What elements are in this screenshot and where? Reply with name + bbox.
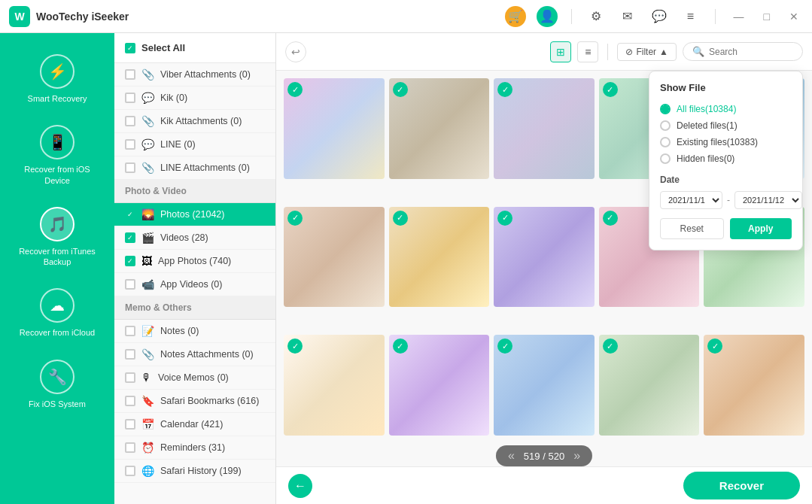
list-item-app-photos[interactable]: 🖼 App Photos (740) (114, 250, 275, 273)
sidebar-label-recover-itunes: Recover from iTunes Backup (13, 246, 102, 268)
search-input[interactable] (709, 47, 792, 57)
photo-check-badge-9: ✓ (603, 211, 618, 226)
photo-cell-15[interactable]: ✓ (704, 335, 804, 436)
list-item-kik-attach[interactable]: 📎 Kik Attachments (0) (114, 110, 275, 133)
list-item-line[interactable]: 💬 LINE (0) (114, 133, 275, 156)
radio-deleted-files[interactable]: Deleted files(1) (660, 117, 792, 134)
photo-cell-6[interactable]: ✓ (284, 207, 385, 308)
list-item-kik[interactable]: 💬 Kik (0) (114, 87, 275, 110)
user-icon[interactable]: 👤 (537, 6, 558, 27)
sidebar-item-recover-icloud[interactable]: ☁ Recover from iCloud (8, 279, 106, 347)
list-item-safari-history[interactable]: 🌐 Safari History (199) (114, 460, 275, 483)
smart-recovery-icon: ⚡ (40, 54, 75, 89)
list-item-voice-memos[interactable]: 🎙 Voice Memos (0) (114, 366, 275, 390)
filter-label: Filter (636, 47, 656, 57)
select-all-checkbox[interactable] (125, 43, 135, 53)
divider (571, 9, 572, 24)
reminders-checkbox[interactable] (125, 442, 135, 453)
list-item-notes-attach[interactable]: 📎 Notes Attachments (0) (114, 343, 275, 366)
left-panel: Select All 📎 Viber Attachments (0) 💬 Kik… (114, 33, 276, 504)
sidebar-item-recover-ios[interactable]: 📱 Recover from iOS Device (8, 116, 106, 195)
notes-label: Notes (0) (160, 326, 199, 336)
list-item-notes[interactable]: 📝 Notes (0) (114, 320, 275, 343)
recover-button[interactable]: Recover (683, 472, 800, 499)
safari-history-checkbox[interactable] (125, 466, 135, 476)
list-item-reminders[interactable]: ⏰ Reminders (31) (114, 436, 275, 460)
notes-attach-checkbox[interactable] (125, 349, 135, 360)
list-item-photos[interactable]: 🌄 Photos (21042) (114, 203, 275, 226)
apply-button[interactable]: Apply (730, 218, 792, 239)
photo-cell-7[interactable]: ✓ (389, 207, 490, 308)
radio-hidden-files[interactable]: Hidden files(0) (660, 150, 792, 167)
app-logo: W (9, 6, 30, 27)
next-page-button[interactable]: » (573, 449, 580, 463)
search-icon: 🔍 (692, 46, 704, 57)
date-from-select[interactable]: 2021/11/1 (660, 191, 722, 209)
line-attach-checkbox[interactable] (125, 162, 135, 173)
navigate-back-button[interactable]: ← (288, 474, 312, 498)
mail-icon[interactable]: ✉ (617, 6, 638, 27)
app-photos-label: App Photos (740) (158, 256, 231, 266)
photo-check-badge-15: ✓ (707, 339, 722, 354)
voice-memos-label: Voice Memos (0) (158, 372, 229, 383)
line-icon: 💬 (141, 138, 154, 150)
line-checkbox[interactable] (125, 139, 135, 150)
kik-attach-checkbox[interactable] (125, 116, 135, 126)
viber-checkbox[interactable] (125, 69, 135, 80)
search-box[interactable]: 🔍 (683, 42, 803, 61)
sidebar-item-fix-ios[interactable]: 🔧 Fix iOS System (8, 351, 106, 418)
photo-cell-8[interactable]: ✓ (494, 207, 595, 308)
filter-button[interactable]: ⊘ Filter ▲ (617, 43, 677, 61)
reset-button[interactable]: Reset (660, 218, 724, 239)
back-button[interactable]: ↩ (285, 41, 306, 62)
app-videos-checkbox[interactable] (125, 279, 135, 290)
voice-memos-icon: 🎙 (141, 372, 152, 384)
photo-cell-1[interactable]: ✓ (284, 78, 385, 179)
radio-existing-files[interactable]: Existing files(10383) (660, 134, 792, 150)
voice-memos-checkbox[interactable] (125, 372, 135, 383)
radio-all-files[interactable]: All files(10384) (660, 101, 792, 117)
safari-bookmarks-checkbox[interactable] (125, 396, 135, 406)
app-photos-icon: 🖼 (141, 255, 152, 267)
reminders-label: Reminders (31) (160, 442, 225, 453)
photo-cell-13[interactable]: ✓ (494, 335, 595, 436)
list-item-videos[interactable]: 🎬 Videos (28) (114, 226, 275, 250)
radio-existing-files-label: Existing files(10383) (677, 137, 758, 147)
maximize-button[interactable]: □ (759, 11, 774, 23)
list-item-calendar[interactable]: 📅 Calendar (421) (114, 413, 275, 436)
photos-checkbox[interactable] (125, 209, 135, 220)
photo-cell-14[interactable]: ✓ (599, 335, 700, 436)
settings-icon[interactable]: ⚙ (585, 6, 607, 27)
sidebar-item-smart-recovery[interactable]: ⚡ Smart Recovery (8, 45, 106, 113)
photo-cell-2[interactable]: ✓ (389, 78, 490, 179)
chat-icon[interactable]: 💬 (649, 6, 670, 27)
app-photos-checkbox[interactable] (125, 256, 135, 266)
list-item-safari-bookmarks[interactable]: 🔖 Safari Bookmarks (616) (114, 390, 275, 413)
minimize-button[interactable]: — (729, 11, 749, 23)
videos-checkbox[interactable] (125, 232, 135, 243)
filter-icon: ⊘ (625, 47, 633, 57)
photo-cell-12[interactable]: ✓ (389, 335, 490, 436)
photo-check-badge-3: ✓ (497, 82, 512, 97)
prev-page-button[interactable]: « (508, 449, 515, 463)
viber-icon: 📎 (141, 68, 154, 80)
list-view-button[interactable]: ≡ (577, 41, 598, 62)
photo-check-badge-2: ✓ (393, 82, 408, 97)
calendar-checkbox[interactable] (125, 419, 135, 430)
photo-cell-11[interactable]: ✓ (284, 335, 385, 436)
recover-ios-icon: 📱 (40, 125, 75, 159)
list-item-line-attach[interactable]: 📎 LINE Attachments (0) (114, 156, 275, 180)
kik-checkbox[interactable] (125, 93, 135, 103)
date-to-select[interactable]: 2021/11/12 (734, 191, 802, 209)
photo-cell-3[interactable]: ✓ (494, 78, 595, 179)
photo-check-badge-14: ✓ (603, 339, 618, 354)
app-title: WooTechy iSeeker (36, 11, 505, 23)
sidebar-item-recover-itunes[interactable]: 🎵 Recover from iTunes Backup (8, 198, 106, 277)
notes-checkbox[interactable] (125, 326, 135, 336)
cart-icon[interactable]: 🛒 (505, 6, 526, 27)
grid-view-button[interactable]: ⊞ (550, 41, 571, 62)
menu-icon[interactable]: ≡ (680, 6, 701, 27)
list-item-app-videos[interactable]: 📹 App Videos (0) (114, 273, 275, 296)
list-item-viber[interactable]: 📎 Viber Attachments (0) (114, 63, 275, 87)
close-button[interactable]: ✕ (785, 11, 803, 23)
